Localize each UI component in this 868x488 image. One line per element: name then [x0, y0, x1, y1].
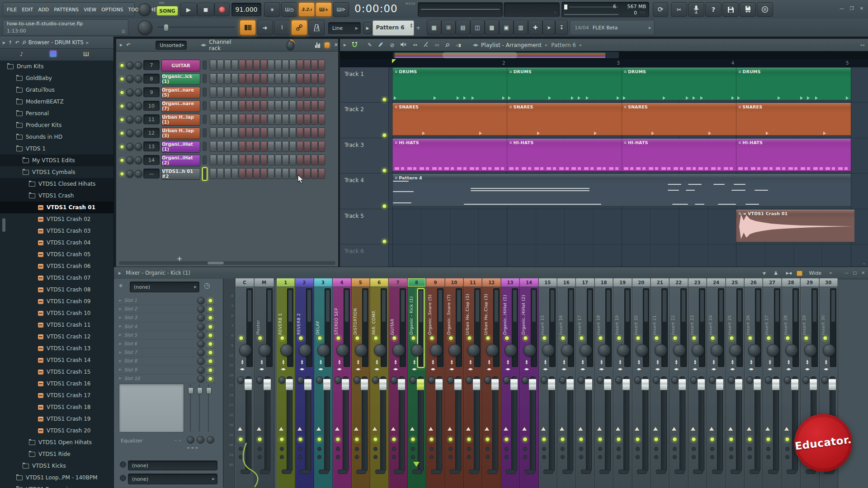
clip[interactable]: DRUMS	[507, 68, 621, 100]
step-cell[interactable]	[231, 87, 238, 98]
input-knob[interactable]	[410, 376, 417, 384]
pan-arrows[interactable]: ◀▶	[539, 367, 552, 371]
up-arrow-icon[interactable]: ↑	[8, 40, 12, 46]
mute-dot[interactable]	[692, 447, 696, 451]
volume-fader-handle[interactable]	[304, 379, 312, 390]
track-link-led[interactable]	[467, 437, 472, 442]
pan-knob[interactable]	[804, 344, 817, 357]
volume-fader-handle[interactable]	[435, 379, 443, 390]
input-knob[interactable]	[297, 376, 304, 384]
solo-dot[interactable]	[710, 455, 714, 459]
step-cell[interactable]	[217, 141, 224, 152]
slice-tool-icon[interactable]	[424, 42, 429, 48]
slider-thumb[interactable]	[164, 24, 169, 31]
volume-fader-handle[interactable]	[244, 379, 252, 390]
mute-dot[interactable]	[598, 447, 602, 451]
step-cell[interactable]	[239, 60, 245, 70]
step-cell[interactable]	[275, 141, 282, 152]
pan-knob[interactable]	[561, 344, 574, 357]
channel-enable-led[interactable]	[120, 172, 124, 176]
mixer-strip-header[interactable]: 1	[277, 278, 295, 286]
volume-fader-handle[interactable]	[416, 379, 425, 390]
pan-knob[interactable]	[748, 344, 761, 357]
tree-item[interactable]: VTDS1 Crash 04	[0, 237, 113, 249]
record-arm-icon[interactable]	[597, 427, 602, 431]
fx-mini-fader[interactable]	[188, 385, 193, 432]
solo-dot[interactable]	[542, 455, 546, 459]
mixer-strip-header[interactable]: 9	[426, 278, 444, 286]
record-arm-icon[interactable]	[691, 427, 695, 431]
track-link-led[interactable]	[238, 437, 243, 442]
select-tool-icon[interactable]: ▭	[435, 42, 439, 47]
mute-dot[interactable]	[411, 447, 415, 451]
track-led[interactable]	[382, 133, 387, 138]
fader-grip[interactable]	[197, 387, 203, 394]
channel-selector[interactable]	[203, 88, 207, 97]
mixer-strip[interactable]: Insert 16▲▼◀▶	[557, 287, 576, 488]
fx-enable-led[interactable]	[710, 336, 715, 341]
mute-dot[interactable]	[729, 447, 733, 451]
volume-fader-handle[interactable]	[735, 379, 743, 390]
input-knob[interactable]	[256, 376, 264, 384]
record-arm-icon[interactable]	[238, 427, 242, 431]
volume-fader-handle[interactable]	[454, 379, 462, 390]
mixer-title[interactable]: Mixer - Organic - Kick (1)	[126, 270, 190, 276]
mixer-strip[interactable]: Urban He..Clap (1)▲▼◀▶	[464, 287, 482, 488]
track-link-led[interactable]	[410, 437, 415, 442]
browser-scrollbar[interactable]	[1, 204, 6, 353]
fx-enable-led[interactable]	[411, 336, 416, 341]
fx-enable-led[interactable]	[505, 336, 509, 341]
volume-fader-handle[interactable]	[360, 379, 368, 390]
pan-arrows[interactable]: ◀▶	[371, 367, 383, 371]
pan-arrows[interactable]: ◀▶	[651, 367, 664, 371]
track-link-led[interactable]	[785, 437, 790, 442]
solo-dot[interactable]	[505, 455, 509, 459]
mixer-strip-header[interactable]: 11	[464, 278, 482, 286]
volume-fader-handle[interactable]	[379, 379, 387, 390]
solo-dot[interactable]	[766, 455, 770, 459]
record-arm-icon[interactable]	[485, 427, 489, 431]
mixer-strip[interactable]: Insert 26▲▼◀▶	[745, 287, 763, 488]
input-knob[interactable]	[372, 376, 379, 384]
step-cell[interactable]	[260, 127, 267, 138]
input-knob[interactable]	[615, 376, 623, 384]
track-link-led[interactable]	[747, 437, 752, 442]
channel-selector[interactable]	[203, 74, 207, 83]
volume-fader-track[interactable]	[436, 376, 442, 472]
step-cell[interactable]	[297, 114, 303, 125]
track-link-led[interactable]	[560, 437, 565, 442]
step-cell[interactable]	[224, 141, 231, 152]
channel-selector[interactable]	[203, 128, 207, 137]
touch-controller-icon[interactable]: ⌇	[274, 20, 290, 35]
input-knob[interactable]	[484, 376, 491, 384]
step-cell[interactable]	[282, 114, 289, 125]
save-as-icon[interactable]	[740, 2, 756, 17]
pan-arrows[interactable]: ◀▶	[558, 367, 570, 371]
channel-volume-knob[interactable]	[135, 116, 142, 123]
scroll-down-icon[interactable]: ⌄	[862, 261, 866, 265]
solo-dot[interactable]	[654, 455, 658, 459]
mixer-strip-header[interactable]: 8	[408, 278, 426, 286]
step-cell[interactable]	[318, 141, 325, 152]
tree-item[interactable]: ModernBEATZ	[0, 96, 113, 108]
clip[interactable]: HI-HATS	[736, 139, 850, 171]
fx-slot-led[interactable]	[208, 376, 213, 381]
mute-dot[interactable]	[239, 447, 243, 451]
record-arm-icon[interactable]	[448, 427, 452, 431]
step-cell[interactable]	[217, 60, 224, 70]
timeline-ruler[interactable]: 2345	[340, 59, 868, 68]
preview-view-window[interactable]	[443, 52, 517, 58]
step-cell[interactable]	[210, 155, 217, 165]
record-arm-icon[interactable]	[728, 427, 733, 431]
piano-roll-window-icon[interactable]: ⊞	[441, 20, 456, 35]
next-empty-pattern-icon[interactable]: ➜	[257, 20, 273, 35]
fx-enable-led[interactable]	[673, 336, 678, 341]
step-cell[interactable]	[231, 141, 238, 152]
step-cell[interactable]	[268, 60, 274, 70]
fx-slot-knob[interactable]	[197, 366, 205, 374]
tree-item[interactable]: VTDS 1	[0, 143, 113, 155]
pan-knob[interactable]	[299, 344, 311, 357]
volume-fader-track[interactable]	[264, 376, 270, 472]
volume-fader-handle[interactable]	[678, 379, 686, 390]
mixer-strip[interactable]: GUITAR▲▼◀▶	[389, 287, 407, 488]
